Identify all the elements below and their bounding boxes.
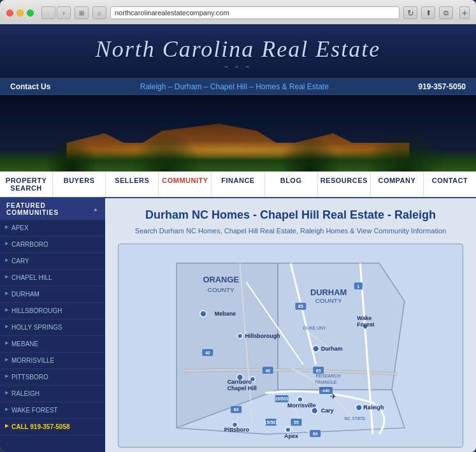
svg-text:Carrboro: Carrboro (227, 379, 252, 385)
svg-text:55: 55 (294, 420, 299, 425)
address-bar[interactable]: northcarolinarealestatecompany.com (110, 6, 400, 19)
page-title: Durham NC Homes - Chapel Hill Real Estat… (118, 208, 463, 222)
site-header: North Carolina Real Estate (0, 24, 476, 79)
svg-text:40: 40 (265, 368, 270, 373)
svg-text:TRIANGLE: TRIANGLE (315, 380, 337, 384)
reader-button[interactable]: ⊞ (75, 6, 89, 19)
svg-text:PARK: PARK (319, 386, 331, 391)
nav-finance[interactable]: FINANCE (212, 171, 264, 197)
close-button[interactable] (6, 10, 13, 17)
svg-text:Wake: Wake (357, 315, 371, 321)
hero-image (0, 95, 476, 171)
maximize-button[interactable] (27, 10, 34, 17)
svg-text:RESEARCH: RESEARCH (316, 374, 341, 378)
sidebar-toggle-icon[interactable]: ▲ (93, 207, 99, 212)
svg-text:15/501: 15/501 (264, 420, 278, 425)
svg-text:Pittsboro: Pittsboro (224, 426, 250, 433)
sidebar-item-raleigh[interactable]: RALEIGH (0, 386, 105, 402)
tagline: Raleigh – Durham – Chapel Hill – Homes &… (140, 82, 329, 91)
nav-contact[interactable]: CONTACT (424, 171, 476, 197)
svg-point-43 (298, 397, 303, 402)
nav-company[interactable]: COMPANY (371, 171, 424, 197)
svg-text:Hillsborough: Hillsborough (245, 333, 280, 339)
forward-button[interactable]: › (57, 6, 71, 19)
svg-point-37 (313, 346, 319, 352)
svg-point-29 (200, 310, 206, 317)
svg-text:85: 85 (298, 304, 303, 309)
svg-point-31 (238, 333, 243, 339)
phone-number[interactable]: 919-357-5050 (418, 82, 466, 91)
svg-text:NC STATE: NC STATE (344, 416, 366, 421)
sidebar-item-cary[interactable]: CARY (0, 253, 105, 270)
svg-text:15/501: 15/501 (275, 397, 288, 401)
site-title: North Carolina Real Estate (6, 36, 470, 62)
svg-text:DURHAM: DURHAM (310, 288, 347, 297)
sidebar-item-carrboro[interactable]: CARRBORO (0, 237, 105, 253)
contact-bar: Contact Us Raleigh – Durham – Chapel Hil… (0, 79, 476, 95)
svg-text:DUKE UNY.: DUKE UNY. (303, 326, 327, 330)
svg-text:85: 85 (316, 368, 321, 373)
nav-sellers[interactable]: SELLERS (106, 171, 159, 197)
svg-point-45 (312, 407, 318, 414)
traffic-lights (6, 10, 34, 17)
sidebar: FEATURED COMMUNITIES ▲ APEX CARRBORO CAR… (0, 198, 105, 452)
website: North Carolina Real Estate Contact Us Ra… (0, 24, 476, 452)
sidebar-item-hillsborough[interactable]: HILLSBOROUGH (0, 303, 105, 319)
nav-buttons: ‹ › (41, 6, 71, 19)
content-area: Durham NC Homes - Chapel Hill Real Estat… (105, 198, 476, 452)
svg-text:Morrisville: Morrisville (287, 402, 316, 409)
sidebar-item-morrisville[interactable]: MORRISVILLE (0, 353, 105, 369)
contact-us-link[interactable]: Contact Us (10, 82, 50, 91)
map-container[interactable]: 40 85 40 85 1 440 15/501 (118, 244, 463, 448)
new-tab-button[interactable]: + (459, 6, 470, 19)
svg-point-56 (285, 427, 291, 432)
browser-chrome: ‹ › ⊞ ⌂ northcarolinarealestatecompany.c… (0, 0, 476, 24)
nav-blog[interactable]: BLOG (265, 171, 318, 197)
nav-community[interactable]: COMMUNITY (159, 171, 212, 197)
sidebar-item-holly-springs[interactable]: HOLLY SPRINGS (0, 319, 105, 336)
svg-text:Apex: Apex (284, 433, 298, 439)
svg-text:64: 64 (234, 407, 239, 412)
svg-text:Durham: Durham (321, 346, 343, 352)
svg-text:Mebane: Mebane (215, 310, 236, 317)
sidebar-header: FEATURED COMMUNITIES ▲ (0, 198, 105, 220)
svg-text:64: 64 (313, 432, 318, 436)
main-content: FEATURED COMMUNITIES ▲ APEX CARRBORO CAR… (0, 198, 476, 452)
svg-text:Cary: Cary (321, 407, 334, 414)
page-subtitle: Search Durham NC Homes, Chapel Hill Real… (118, 227, 463, 235)
reload-button[interactable]: ↻ (403, 6, 417, 19)
tabs-button[interactable]: ⧉ (439, 6, 453, 19)
svg-text:COUNTY: COUNTY (315, 297, 342, 304)
svg-text:Forest: Forest (357, 321, 374, 328)
browser-window: ‹ › ⊞ ⌂ northcarolinarealestatecompany.c… (0, 0, 476, 452)
nav-buyers[interactable]: BUYERS (53, 171, 106, 197)
sidebar-item-mebane[interactable]: MEBANE (0, 336, 105, 353)
site-nav: PROPERTY SEARCH BUYERS SELLERS COMMUNITY… (0, 171, 476, 198)
svg-text:Raleigh: Raleigh (363, 404, 384, 411)
minimize-button[interactable] (17, 10, 24, 17)
svg-text:ORANGE: ORANGE (203, 275, 239, 284)
title-decoration (6, 65, 470, 69)
nav-property-search[interactable]: PROPERTY SEARCH (0, 171, 53, 197)
svg-point-47 (356, 404, 362, 411)
sidebar-header-label: FEATURED COMMUNITIES (6, 202, 93, 216)
sidebar-item-durham[interactable]: DURHAM (0, 286, 105, 303)
sidebar-item-chapel-hill[interactable]: CHAPEL HILL (0, 270, 105, 286)
hero-trees (0, 120, 476, 171)
svg-text:40: 40 (205, 351, 210, 355)
svg-text:COUNTY: COUNTY (208, 286, 234, 293)
sidebar-item-apex[interactable]: APEX (0, 220, 105, 237)
sidebar-item-wake-forest[interactable]: WAKE FOREST (0, 402, 105, 419)
nav-resources[interactable]: RESOURCES (318, 171, 371, 197)
svg-text:1: 1 (357, 284, 359, 289)
sidebar-item-pittsboro[interactable]: PITTSBORO (0, 369, 105, 386)
home-button[interactable]: ⌂ (92, 6, 106, 19)
back-button[interactable]: ‹ (41, 6, 55, 19)
svg-text:✈: ✈ (330, 392, 336, 401)
svg-text:Chapel Hill: Chapel Hill (227, 385, 257, 391)
community-map: 40 85 40 85 1 440 15/501 (125, 251, 456, 441)
sidebar-call[interactable]: CALL 919-357-5058 (0, 419, 105, 435)
share-button[interactable]: ⬆ (421, 6, 435, 19)
